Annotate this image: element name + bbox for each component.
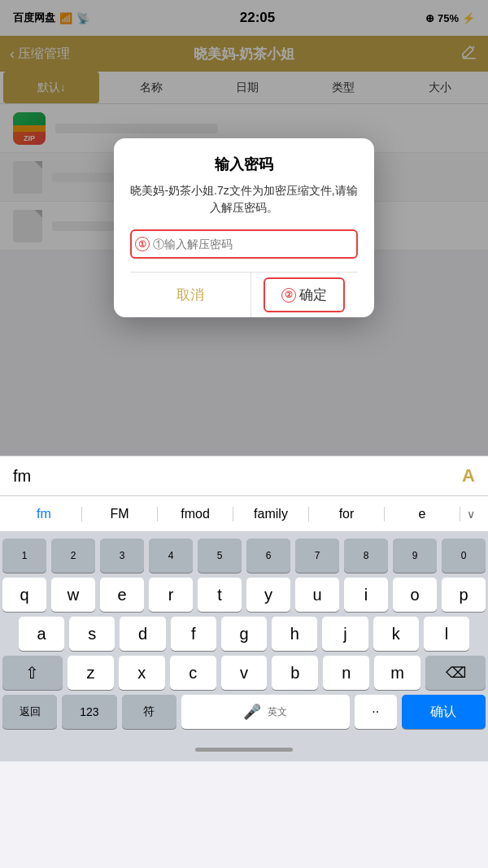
shift-key[interactable]: ⇧ [2, 656, 63, 690]
microphone-icon[interactable]: 🎤 [243, 703, 261, 721]
key-row-1: q w e r t y u i o p [2, 578, 486, 612]
key-2[interactable]: 2 [51, 539, 95, 573]
key-6[interactable]: 6 [246, 539, 290, 573]
key-row-2: a s d f g h j k l [2, 617, 486, 651]
key-4[interactable]: 4 [149, 539, 193, 573]
autocomplete-item-e[interactable]: e [385, 507, 460, 521]
key-x[interactable]: x [119, 656, 165, 690]
password-dialog: 输入密码 晓美妈-奶茶小姐.7z文件为加密压缩文件,请输入解压密码。 ① 取消 … [114, 138, 374, 317]
space-key[interactable]: 🎤 英文 [181, 695, 350, 729]
key-k[interactable]: k [373, 617, 419, 651]
autocomplete-item-FM[interactable]: FM [82, 507, 158, 521]
input-current-value: fm [13, 467, 31, 486]
autocomplete-item-fmod[interactable]: fmod [158, 507, 233, 521]
key-q[interactable]: q [2, 578, 46, 612]
key-g[interactable]: g [221, 617, 267, 651]
text-input-row: fm A [0, 456, 488, 496]
key-r[interactable]: r [149, 578, 193, 612]
key-1[interactable]: 1 [2, 539, 46, 573]
key-i[interactable]: i [344, 578, 388, 612]
dialog-message: 晓美妈-奶茶小姐.7z文件为加密压缩文件,请输入解压密码。 [130, 182, 358, 216]
password-input-wrap[interactable]: ① [130, 229, 358, 259]
dictation-icon[interactable]: A [462, 465, 475, 486]
confirm-button-wrap[interactable]: ② 确定 [264, 277, 345, 312]
key-a[interactable]: a [19, 617, 64, 651]
key-u[interactable]: u [295, 578, 339, 612]
number-row: 1 2 3 4 5 6 7 8 9 0 [2, 539, 486, 573]
key-w[interactable]: w [51, 578, 95, 612]
key-row-3: ⇧ z x c v b n m ⌫ [2, 656, 486, 690]
keyboard-container: fm A fm FM fmod family for e ∨ 1 2 3 4 5… [0, 456, 488, 761]
key-7[interactable]: 7 [295, 539, 339, 573]
key-y[interactable]: y [246, 578, 290, 612]
key-f[interactable]: f [171, 617, 216, 651]
cancel-button[interactable]: 取消 [130, 273, 251, 317]
key-5[interactable]: 5 [198, 539, 242, 573]
dialog-title: 输入密码 [130, 155, 358, 174]
confirm-label: 确定 [299, 286, 327, 304]
key-m[interactable]: m [374, 656, 420, 690]
return-key[interactable]: 返回 [2, 695, 57, 729]
key-c[interactable]: c [170, 656, 216, 690]
number-switch-key[interactable]: 123 [62, 695, 116, 729]
autocomplete-chevron-icon[interactable]: ∨ [460, 508, 481, 521]
key-8[interactable]: 8 [344, 539, 388, 573]
space-label: 英文 [268, 705, 287, 719]
key-z[interactable]: z [68, 656, 114, 690]
autocomplete-item-family[interactable]: family [233, 507, 309, 521]
dialog-buttons: 取消 ② 确定 [130, 272, 358, 317]
key-l[interactable]: l [424, 617, 469, 651]
period-key[interactable]: ·· [355, 695, 397, 729]
password-input[interactable] [150, 233, 353, 255]
confirm-circle-num: ② [281, 288, 296, 303]
key-o[interactable]: o [393, 578, 437, 612]
key-b[interactable]: b [272, 656, 318, 690]
key-n[interactable]: n [323, 656, 369, 690]
autocomplete-item-fm[interactable]: fm [7, 507, 82, 521]
key-v[interactable]: v [221, 656, 268, 690]
input-circle-num: ① [135, 237, 150, 251]
key-s[interactable]: s [69, 617, 115, 651]
confirm-key[interactable]: 确认 [402, 695, 486, 729]
home-indicator [195, 748, 293, 752]
key-h[interactable]: h [272, 617, 317, 651]
key-p[interactable]: p [442, 578, 486, 612]
bottom-bar [0, 737, 488, 761]
key-d[interactable]: d [120, 617, 165, 651]
dialog-overlay: 输入密码 晓美妈-奶茶小姐.7z文件为加密压缩文件,请输入解压密码。 ① 取消 … [0, 0, 488, 456]
key-j[interactable]: j [322, 617, 368, 651]
key-t[interactable]: t [198, 578, 242, 612]
autocomplete-item-for[interactable]: for [309, 507, 385, 521]
key-9[interactable]: 9 [393, 539, 437, 573]
key-row-bottom: 返回 123 符 🎤 英文 ·· 确认 [2, 695, 486, 729]
delete-key[interactable]: ⌫ [425, 656, 486, 690]
autocomplete-row: fm FM fmod family for e ∨ [0, 496, 488, 532]
symbol-key[interactable]: 符 [122, 695, 176, 729]
key-0[interactable]: 0 [442, 539, 486, 573]
keyboard: 1 2 3 4 5 6 7 8 9 0 q w e r t y u i o p … [0, 532, 488, 737]
key-3[interactable]: 3 [100, 539, 144, 573]
key-e[interactable]: e [100, 578, 144, 612]
